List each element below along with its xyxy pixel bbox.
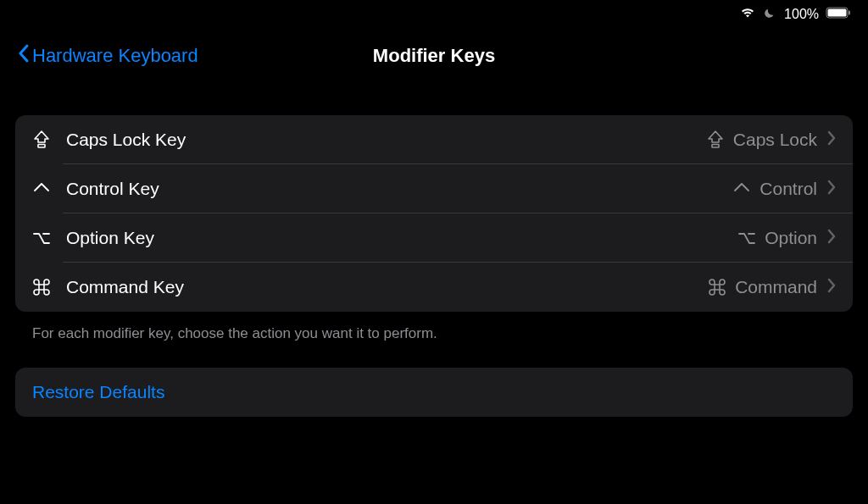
- page-title: Modifier Keys: [373, 45, 495, 67]
- row-value: Control: [760, 179, 817, 199]
- option-icon: [737, 229, 756, 247]
- option-icon: [32, 229, 53, 247]
- nav-bar: Hardware Keyboard Modifier Keys: [0, 28, 868, 90]
- chevron-right-icon: [827, 130, 836, 149]
- chevron-right-icon: [827, 278, 836, 296]
- row-control[interactable]: Control Key Control: [15, 164, 853, 213]
- svg-rect-1: [828, 8, 847, 16]
- row-label: Command Key: [66, 277, 184, 297]
- back-button-label: Hardware Keyboard: [32, 45, 198, 67]
- row-option[interactable]: Option Key Option: [15, 213, 853, 263]
- command-icon: [708, 278, 726, 296]
- svg-rect-3: [38, 145, 45, 148]
- capslock-icon: [706, 130, 725, 149]
- capslock-icon: [32, 130, 53, 149]
- restore-defaults-label: Restore Defaults: [32, 382, 164, 402]
- back-button[interactable]: Hardware Keyboard: [17, 43, 198, 69]
- control-icon: [32, 180, 53, 198]
- row-value: Caps Lock: [733, 130, 817, 150]
- command-icon: [32, 278, 53, 296]
- row-value: Option: [765, 228, 817, 248]
- row-label: Control Key: [66, 179, 159, 199]
- battery-percent: 100%: [784, 7, 819, 22]
- svg-rect-2: [849, 10, 850, 14]
- chevron-right-icon: [827, 229, 836, 247]
- modifier-keys-group: Caps Lock Key Caps Lock Contro: [15, 115, 853, 312]
- battery-icon: [826, 7, 851, 22]
- footer-text: For each modifier key, choose the action…: [15, 312, 853, 368]
- row-label: Option Key: [66, 228, 154, 248]
- svg-rect-4: [712, 145, 719, 148]
- moon-icon: [763, 5, 777, 23]
- row-label: Caps Lock Key: [66, 130, 186, 150]
- restore-defaults-group: Restore Defaults: [15, 368, 853, 417]
- row-command[interactable]: Command Key Command: [15, 263, 853, 312]
- status-bar: 100%: [0, 0, 868, 28]
- row-value: Command: [735, 277, 817, 297]
- chevron-left-icon: [17, 43, 31, 69]
- row-caps-lock[interactable]: Caps Lock Key Caps Lock: [15, 115, 853, 164]
- chevron-right-icon: [827, 180, 836, 198]
- restore-defaults-button[interactable]: Restore Defaults: [15, 368, 853, 417]
- control-icon: [732, 180, 751, 198]
- wifi-icon: [739, 6, 756, 22]
